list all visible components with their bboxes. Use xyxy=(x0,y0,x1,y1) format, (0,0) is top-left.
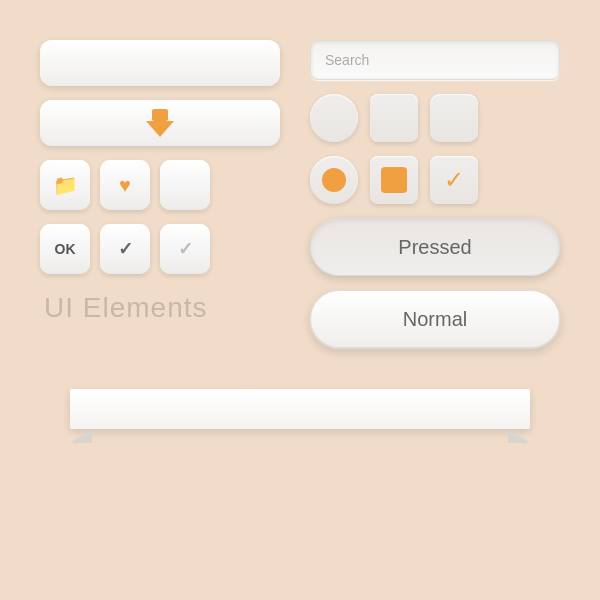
heart-button[interactable]: ♥ xyxy=(100,160,150,210)
folder-icon: 📁 xyxy=(53,173,78,197)
search-placeholder: Search xyxy=(325,52,369,68)
checkbox-active-check[interactable]: ✓ xyxy=(430,156,478,204)
bottom-ribbon-wrap xyxy=(40,389,560,462)
checkmark-button[interactable]: ✓ xyxy=(100,224,150,274)
radio-dot xyxy=(322,168,346,192)
arrow-stem xyxy=(152,109,168,121)
checkbox-fill xyxy=(381,167,407,193)
ok-check-row: OK ✓ ✓ xyxy=(40,224,280,274)
inactive-controls-row xyxy=(310,94,560,142)
ui-elements-title: UI Elements xyxy=(40,292,280,324)
checkbox-active-square[interactable] xyxy=(370,156,418,204)
heart-icon: ♥ xyxy=(119,174,131,197)
check-light-icon: ✓ xyxy=(178,238,193,260)
normal-button[interactable]: Normal xyxy=(310,290,560,348)
radio-active[interactable] xyxy=(310,156,358,204)
left-column: 📁 ♥ OK ✓ ✓ UI Elements xyxy=(40,40,300,381)
right-column: Search ✓ Pressed Normal xyxy=(300,40,560,381)
scroll-ribbon xyxy=(70,389,530,429)
radio-inactive[interactable] xyxy=(310,94,358,142)
checkmark-light-button[interactable]: ✓ xyxy=(160,224,210,274)
pressed-button[interactable]: Pressed xyxy=(310,218,560,276)
active-check-icon: ✓ xyxy=(444,166,464,194)
checkbox-inactive-square[interactable] xyxy=(370,94,418,142)
blank-button[interactable] xyxy=(160,160,210,210)
pressed-label: Pressed xyxy=(398,236,471,259)
flat-button[interactable] xyxy=(40,40,280,86)
checkbox-inactive-rounded[interactable] xyxy=(430,94,478,142)
download-button[interactable] xyxy=(40,100,280,146)
arrow-head xyxy=(146,121,174,137)
check-icon: ✓ xyxy=(118,238,133,260)
active-controls-row: ✓ xyxy=(310,156,560,204)
icon-buttons-row: 📁 ♥ xyxy=(40,160,280,210)
main-container: 📁 ♥ OK ✓ ✓ UI Elements Search xyxy=(20,20,580,580)
ok-label: OK xyxy=(55,241,76,257)
search-input[interactable]: Search xyxy=(310,40,560,80)
normal-label: Normal xyxy=(403,308,467,331)
ok-button[interactable]: OK xyxy=(40,224,90,274)
folder-button[interactable]: 📁 xyxy=(40,160,90,210)
